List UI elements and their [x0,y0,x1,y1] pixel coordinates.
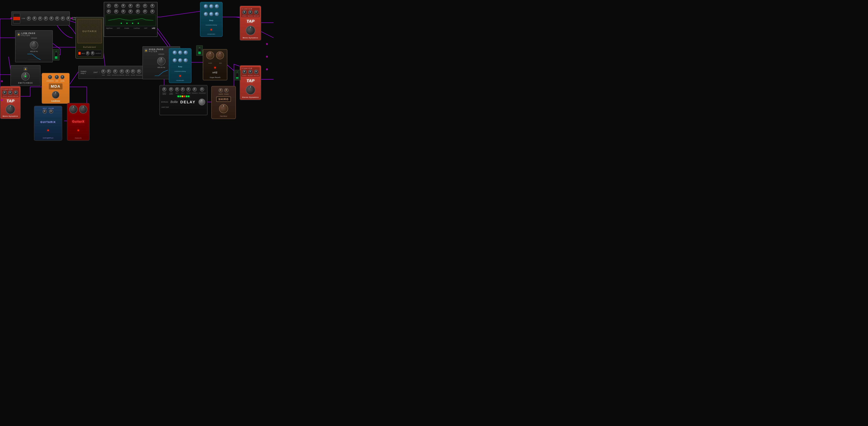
low-pass-filter-plugin: 🔒 LOW-PASS FILTER ORDER 400.00 Hz [15,30,53,62]
floaty-mid-knob3[interactable] [184,51,188,55]
eq-top-knob6[interactable] [143,4,147,8]
right-out-port-3[interactable] [266,68,268,70]
bollie-del2-knob[interactable] [181,87,185,91]
mda-main-knob[interactable] [52,91,59,98]
knob-high[interactable] [38,17,42,21]
organ-reverb-x42-label: x42 [212,71,218,74]
guitarix-fuzz-volume-knob[interactable] [49,109,53,114]
guitarx-knob1[interactable] [69,105,78,114]
shiro-phase-knob[interactable] [224,88,228,92]
floaty-mid-knob6[interactable] [184,58,188,62]
bollie-tempo-mode-knob[interactable] [162,87,166,91]
tap-mono-left-mugain-knob[interactable] [14,90,18,95]
amp-x-distortion-knob[interactable] [113,69,117,74]
floaty-mid-knob5[interactable] [178,58,182,62]
left-in-port-2[interactable] [1,99,3,101]
eq-top-knob1[interactable] [107,4,111,8]
highpass-freq-knob[interactable] [157,57,165,65]
svg-point-5 [138,23,139,24]
gx-cabinet-treble-knob[interactable] [91,51,94,55]
eq-top-knob2[interactable] [114,4,118,8]
knob-mid[interactable] [32,17,37,21]
highpass-sublabel: FILTER [149,51,163,53]
gx-cabinet-bass-knob[interactable] [86,51,89,55]
tap-mono-right-mugain-knob[interactable] [254,10,258,15]
floaty-top-knob5[interactable] [209,12,213,16]
shiro-main-knob[interactable] [219,104,228,113]
knob-treble[interactable] [61,17,65,21]
eq-top-knob5[interactable] [136,4,140,8]
mda-link-knob[interactable] [55,75,59,79]
organ-reverb-led[interactable] [214,67,216,68]
eq-top-knob12[interactable] [136,9,140,13]
floaty-top-knob6[interactable] [215,12,219,16]
tap-mono-left-release-knob[interactable] [8,90,12,95]
gx-fuzz-led[interactable] [48,130,49,131]
amp-x-drive-knob[interactable] [107,69,111,74]
amp-x-prudence-knob[interactable] [137,69,141,74]
tap-stereo-release-knob[interactable] [248,70,252,74]
eq-top-knob3[interactable] [121,4,125,8]
bollie-user-tempo-knob[interactable] [169,87,173,91]
knob-bass[interactable] [50,17,54,21]
floaty-mid-knob4[interactable] [173,58,177,62]
bollie-del1-knob[interactable] [175,87,179,91]
organ-reverb-sublabel: Organ Reverb [210,77,220,78]
amp-x-gain-knob[interactable] [101,69,105,74]
tap-mono-right-main-knob[interactable] [246,26,255,35]
eq-top-knob10[interactable] [121,9,125,13]
organ-reverb-knob1[interactable] [206,51,214,59]
amp-x-midgain-knob[interactable] [120,69,124,74]
floaty-top-knob1[interactable] [204,4,208,8]
guitarix-fuzz-input-knob[interactable] [43,109,47,114]
floaty-top-knob4[interactable] [204,12,208,16]
right-out-port-2[interactable] [266,56,268,58]
knob-low[interactable] [27,17,31,21]
amp-x-reuse-knob[interactable] [131,69,135,74]
guitarx-knob2[interactable] [79,105,87,114]
eq-top-knob9[interactable] [114,9,118,13]
floaty-mid-knob2[interactable] [178,51,182,55]
tap-mono-right-attack-knob[interactable] [242,10,247,15]
left-in-port-1[interactable] [1,80,3,82]
tap-stereo-main-knob[interactable] [246,85,255,95]
floaty-mid-knob1[interactable] [173,51,177,55]
bollie-feedback-knob[interactable] [193,87,197,91]
knob-cab[interactable] [44,17,48,21]
organ-reverb-knob2[interactable] [216,51,224,59]
tap-mono-left-logo: TAP [6,98,14,104]
bollie-crossfeed-knob[interactable] [200,87,204,91]
eq-top-knob8[interactable] [107,9,111,13]
tap-mono-left-main-knob[interactable] [6,105,15,114]
floaty-top-knob3[interactable] [215,4,219,8]
eq-top-knob13[interactable] [143,9,147,13]
eq-top-knob4[interactable] [128,4,133,8]
mda-loudness-knob1[interactable] [48,75,52,79]
knob-middle[interactable] [55,17,59,21]
guitarx-led[interactable] [78,130,79,131]
floaty-mid-led[interactable] [179,75,181,77]
bollie-main-knob[interactable] [198,98,205,106]
mda-level-knob[interactable] [60,75,64,79]
eq-top-knob14[interactable] [150,9,155,13]
floaty-top-knob2[interactable] [209,4,213,8]
mda-loudness-plugin: LOUDNESS LINK LEVEL MDA Loudness [41,73,70,104]
level-meter-2: -n! [196,45,203,56]
gxsvt-out-port[interactable] [71,18,73,19]
shiro-harmless-plugin: SHAPE PHASE SHIRO Harmless [211,86,236,119]
tap-mono-right-release-knob[interactable] [248,10,252,15]
floaty-top-sublabel: modulation/delay [206,24,217,26]
right-out-port-1[interactable] [266,43,268,45]
switchbox-knob[interactable] [21,72,30,81]
bollie-sound-knob[interactable] [186,87,190,91]
amp-x-metab-knob[interactable] [125,69,130,74]
shiro-shape-knob[interactable] [219,88,223,92]
tap-stereo-mugain-knob[interactable] [254,70,258,74]
floaty-top-led[interactable] [211,29,212,30]
eq-top-knob7[interactable] [150,4,155,8]
lowpass-freq-knob[interactable] [30,41,38,49]
gxsvt-in-port[interactable] [10,18,12,19]
eq-top-knob11[interactable] [128,9,133,13]
tap-stereo-attack-knob[interactable] [242,70,247,74]
knob-volume[interactable] [66,17,70,21]
